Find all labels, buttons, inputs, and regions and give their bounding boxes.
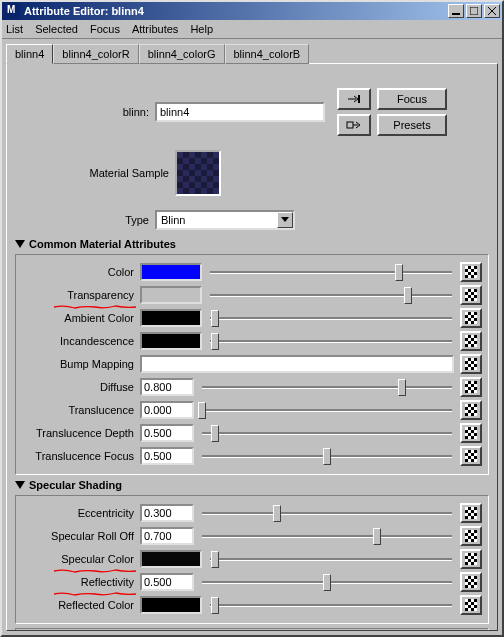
node-type-label: blinn: [15, 106, 155, 118]
slider[interactable] [202, 409, 452, 412]
color-swatch[interactable] [140, 309, 202, 327]
load-selection-button[interactable] [337, 88, 371, 110]
slider[interactable] [202, 535, 452, 538]
slider[interactable] [210, 317, 452, 320]
map-button[interactable] [460, 526, 482, 546]
value-input[interactable] [140, 378, 194, 396]
map-button[interactable] [460, 400, 482, 420]
map-button[interactable] [460, 595, 482, 615]
map-button[interactable] [460, 262, 482, 282]
color-swatch[interactable] [140, 263, 202, 281]
maximize-button[interactable] [466, 4, 482, 18]
show-upstream-button[interactable] [337, 114, 371, 136]
attr-label: Reflected Color [22, 599, 140, 611]
section-special-effects-header[interactable]: Special Effects [15, 628, 489, 631]
value-input[interactable] [140, 527, 194, 545]
chevron-down-icon [277, 212, 293, 228]
attr-label: Bump Mapping [22, 358, 140, 370]
bump-mapping-field[interactable] [140, 355, 454, 373]
svg-rect-0 [452, 13, 460, 15]
tab-blinn4-colorg[interactable]: blinn4_colorG [139, 44, 225, 64]
tab-blinn4-colorr[interactable]: blinn4_colorR [53, 44, 138, 64]
checker-icon [465, 530, 477, 542]
checker-icon [465, 358, 477, 370]
value-input[interactable] [140, 401, 194, 419]
menubar: List Selected Focus Attributes Help [2, 20, 502, 39]
attr-label: Diffuse [22, 381, 140, 393]
svg-rect-1 [470, 7, 478, 15]
map-button[interactable] [460, 503, 482, 523]
attr-label: Translucence [22, 404, 140, 416]
section-title: Common Material Attributes [29, 238, 176, 250]
type-label: Type [15, 214, 155, 226]
checker-icon [465, 576, 477, 588]
checker-icon [465, 266, 477, 278]
checker-icon [465, 289, 477, 301]
menu-list[interactable]: List [6, 23, 23, 35]
map-button[interactable] [460, 446, 482, 466]
menu-attributes[interactable]: Attributes [132, 23, 178, 35]
slider[interactable] [202, 512, 452, 515]
attr-label: Ambient Color [22, 312, 140, 324]
svg-rect-5 [347, 122, 353, 128]
checker-icon [465, 507, 477, 519]
map-button[interactable] [460, 572, 482, 592]
value-input[interactable] [140, 504, 194, 522]
close-button[interactable] [484, 4, 500, 18]
map-button[interactable] [460, 423, 482, 443]
type-dropdown[interactable]: Blinn [155, 210, 295, 230]
color-swatch[interactable] [140, 596, 202, 614]
attr-label: Specular Roll Off [22, 530, 140, 542]
value-input[interactable] [140, 573, 194, 591]
map-button[interactable] [460, 308, 482, 328]
attribute-editor-window: Attribute Editor: blinn4 List Selected F… [0, 0, 504, 637]
map-button[interactable] [460, 377, 482, 397]
section-specular-shading-header[interactable]: Specular Shading [15, 479, 489, 491]
menu-selected[interactable]: Selected [35, 23, 78, 35]
material-sample-label: Material Sample [15, 167, 175, 179]
value-input[interactable] [140, 447, 194, 465]
minimize-button[interactable] [448, 4, 464, 18]
color-swatch[interactable] [140, 550, 202, 568]
color-swatch[interactable] [140, 332, 202, 350]
node-name-input[interactable] [155, 102, 325, 122]
menu-focus[interactable]: Focus [90, 23, 120, 35]
slider[interactable] [210, 340, 452, 343]
map-button[interactable] [460, 549, 482, 569]
slider[interactable] [210, 604, 452, 607]
window-title: Attribute Editor: blinn4 [24, 5, 144, 17]
slider[interactable] [202, 386, 452, 389]
attr-label: Translucence Focus [22, 450, 140, 462]
slider[interactable] [202, 455, 452, 458]
section-common-material-attributes-header[interactable]: Common Material Attributes [15, 238, 489, 250]
checker-icon [465, 427, 477, 439]
attr-label: Incandescence [22, 335, 140, 347]
attr-label: Color [22, 266, 140, 278]
map-button[interactable] [460, 354, 482, 374]
focus-button[interactable]: Focus [377, 88, 447, 110]
disclosure-triangle-icon [15, 240, 25, 248]
checker-icon [465, 312, 477, 324]
app-icon [4, 3, 20, 19]
slider[interactable] [210, 294, 452, 297]
checker-icon [465, 335, 477, 347]
color-swatch[interactable] [140, 286, 202, 304]
slider[interactable] [202, 432, 452, 435]
checker-icon [465, 450, 477, 462]
tab-blinn4[interactable]: blinn4 [6, 44, 53, 64]
material-sample-swatch[interactable] [175, 150, 221, 196]
tab-strip: blinn4 blinn4_colorR blinn4_colorG blinn… [6, 43, 498, 63]
map-button[interactable] [460, 331, 482, 351]
svg-rect-4 [358, 95, 360, 103]
menu-help[interactable]: Help [190, 23, 213, 35]
value-input[interactable] [140, 424, 194, 442]
tab-blinn4-colorb[interactable]: blinn4_colorB [225, 44, 310, 64]
presets-button[interactable]: Presets [377, 114, 447, 136]
checker-icon [465, 404, 477, 416]
slider[interactable] [202, 581, 452, 584]
map-button[interactable] [460, 285, 482, 305]
checker-icon [465, 553, 477, 565]
main-panel: blinn: Focus Presets Mat [6, 63, 498, 631]
slider[interactable] [210, 558, 452, 561]
slider[interactable] [210, 271, 452, 274]
